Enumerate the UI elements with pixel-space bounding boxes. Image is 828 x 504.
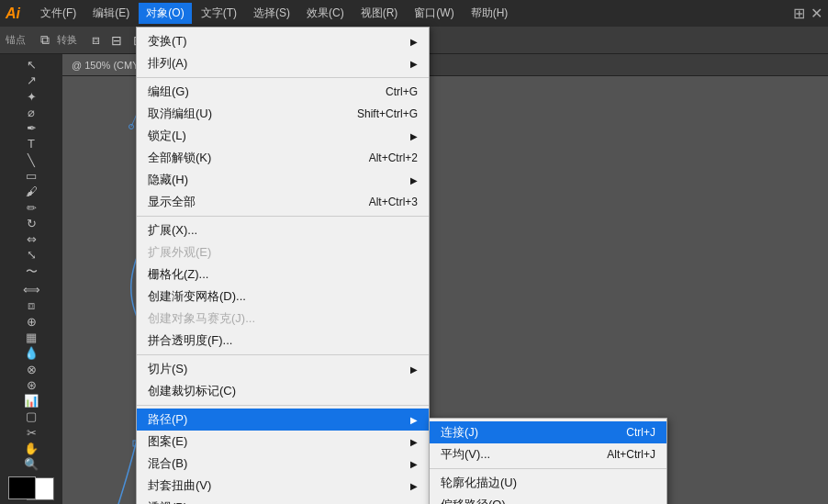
separator-2: [137, 216, 429, 217]
menu-transform[interactable]: 变换(T) ▶: [137, 30, 429, 52]
menu-create-gradient-mesh[interactable]: 创建渐变网格(D)...: [137, 286, 429, 308]
submenu-outline-stroke[interactable]: 轮廓化描边(U): [430, 472, 666, 494]
menu-ungroup[interactable]: 取消编组(U) Shift+Ctrl+G: [137, 103, 429, 125]
menu-pattern[interactable]: 图案(E) ▶: [137, 431, 429, 453]
object-menu-dropdown: 变换(T) ▶ 排列(A) ▶ 编组(G) Ctrl+G 取消编组(U) Shi…: [136, 27, 430, 504]
separator-3: [137, 354, 429, 355]
menu-show-all[interactable]: 显示全部 Alt+Ctrl+3: [137, 191, 429, 213]
menu-slice[interactable]: 切片(S) ▶: [137, 358, 429, 380]
submenu-separator: [430, 468, 666, 469]
submenu-join[interactable]: 连接(J) Ctrl+J: [430, 421, 666, 443]
menu-envelope-distort[interactable]: 封套扭曲(V) ▶: [137, 475, 429, 497]
menu-path[interactable]: 路径(P) ▶: [137, 409, 429, 431]
menu-lock[interactable]: 锁定(L) ▶: [137, 125, 429, 147]
menu-hide[interactable]: 隐藏(H) ▶: [137, 169, 429, 191]
menu-create-trim-marks[interactable]: 创建裁切标记(C): [137, 380, 429, 402]
menu-arrange[interactable]: 排列(A) ▶: [137, 52, 429, 74]
submenu-offset-path[interactable]: 偏移路径(O)...: [430, 494, 666, 504]
menu-expand-appearance[interactable]: 扩展外观(E): [137, 241, 429, 263]
dropdown-overlay: 变换(T) ▶ 排列(A) ▶ 编组(G) Ctrl+G 取消编组(U) Shi…: [0, 0, 828, 504]
menu-perspective[interactable]: 透视(P) ▶: [137, 497, 429, 504]
menu-rasterize[interactable]: 栅格化(Z)...: [137, 263, 429, 286]
menu-create-object-mosaic[interactable]: 创建对象马赛克(J)...: [137, 308, 429, 330]
submenu-average[interactable]: 平均(V)... Alt+Ctrl+J: [430, 443, 666, 465]
menu-blend[interactable]: 混合(B) ▶: [137, 453, 429, 475]
menu-unlock-all[interactable]: 全部解锁(K) Alt+Ctrl+2: [137, 147, 429, 169]
separator-1: [137, 77, 429, 78]
menu-flatten-transparency[interactable]: 拼合透明度(F)...: [137, 330, 429, 352]
menu-expand[interactable]: 扩展(X)...: [137, 219, 429, 241]
separator-4: [137, 405, 429, 406]
menu-group[interactable]: 编组(G) Ctrl+G: [137, 81, 429, 103]
path-submenu: 连接(J) Ctrl+J 平均(V)... Alt+Ctrl+J 轮廓化描边(U…: [429, 418, 667, 504]
